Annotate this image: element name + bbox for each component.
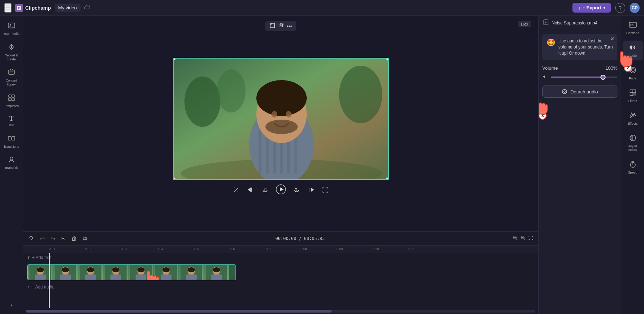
adjust-colors-label: Adjust colors: [624, 144, 641, 152]
right-panel-filters[interactable]: Filters: [623, 86, 643, 106]
templates-icon: [8, 94, 15, 103]
timeline-area: ↩ ↪ ✂ 🗑 ⧉ 00:00.00 / 00:05.83: [23, 231, 538, 314]
export-dropdown-icon: ▾: [603, 6, 605, 10]
redo-btn[interactable]: ↪: [49, 234, 56, 243]
tip-text: Use audio to adjust the volume of your s…: [558, 38, 613, 56]
rotate-handle[interactable]: [277, 179, 284, 180]
export-button[interactable]: ↑ ↑ Export ▾: [572, 3, 611, 13]
right-panel-speed[interactable]: Speed: [623, 157, 643, 177]
svg-rect-8: [9, 70, 14, 74]
resize-handle-tr[interactable]: [386, 58, 389, 60]
more-options-btn[interactable]: •••: [287, 23, 292, 29]
right-panel-audio[interactable]: Audio: [623, 41, 643, 60]
ruler-tick-2: 0:03: [121, 247, 157, 251]
video-frame[interactable]: [173, 58, 389, 180]
brand-kit-icon: [8, 156, 15, 165]
right-panel-captions[interactable]: CC Captions: [623, 19, 643, 38]
cloud-save-icon: [84, 5, 91, 11]
svg-rect-101: [630, 90, 633, 93]
clip-thumbnail-4: [103, 265, 128, 280]
svg-text:CC: CC: [630, 24, 634, 27]
audio-panel-label: Audio: [629, 54, 637, 57]
tooltip-close-btn[interactable]: ✕: [610, 36, 615, 42]
video-clip-strip[interactable]: 🔇 🎵: [27, 264, 236, 280]
add-text-label: + Add text: [32, 255, 51, 260]
sidebar-item-record[interactable]: Record & create: [1, 40, 22, 64]
svg-rect-67: [60, 274, 71, 280]
volume-thumb[interactable]: [600, 75, 606, 80]
duplicate-btn[interactable]: ⧉: [82, 234, 88, 243]
scrollbar-thumb: [26, 310, 332, 313]
sidebar-item-text[interactable]: T Text: [1, 112, 22, 130]
ruler-tick-7: 0:08: [301, 247, 337, 251]
audio-icon: ♪: [27, 285, 29, 290]
cursor-number-3: 3: [539, 112, 547, 120]
resize-btn[interactable]: [278, 23, 284, 29]
svg-marker-46: [311, 188, 314, 192]
captions-label: Captions: [626, 31, 639, 35]
video-track-row: 🔇 🎵: [23, 262, 538, 282]
rewind-btn[interactable]: 5: [261, 186, 269, 195]
undo-btn[interactable]: ↩: [39, 234, 46, 243]
export-label: ↑ Export: [583, 5, 601, 10]
right-panel-fade[interactable]: Fade: [623, 63, 643, 83]
svg-point-34: [256, 80, 307, 116]
sidebar-item-your-media[interactable]: Your media: [1, 19, 22, 39]
cut-btn[interactable]: ✂: [60, 234, 67, 243]
video-title-btn[interactable]: My video: [55, 4, 81, 12]
svg-line-57: [524, 239, 525, 240]
captions-icon: CC: [629, 22, 637, 30]
timeline-horizontal-scrollbar[interactable]: [26, 310, 535, 313]
file-type-icon: [543, 19, 549, 26]
zoom-in-btn[interactable]: [520, 235, 526, 242]
add-text-row[interactable]: T + Add text: [23, 253, 538, 262]
detach-audio-button[interactable]: Detach audio: [542, 86, 617, 98]
fade-label: Fade: [629, 77, 636, 80]
aspect-ratio-label: 16:9: [518, 21, 531, 27]
svg-point-66: [62, 267, 69, 272]
svg-point-99: [630, 67, 636, 73]
magic-wand-btn[interactable]: [233, 186, 240, 195]
ruler-tick-6: 0:07: [265, 247, 301, 251]
ruler-tick-1: 0:02: [85, 247, 121, 251]
sidebar-item-content-library[interactable]: Content library: [1, 65, 22, 89]
fit-timeline-btn[interactable]: [528, 235, 534, 242]
help-button[interactable]: ?: [615, 3, 625, 13]
sidebar-item-templates[interactable]: Templates: [1, 91, 22, 111]
svg-point-82: [163, 267, 170, 272]
delete-btn[interactable]: 🗑: [70, 234, 78, 243]
svg-rect-102: [633, 90, 636, 93]
play-pause-btn[interactable]: [276, 184, 286, 197]
zoom-out-btn[interactable]: [512, 235, 518, 242]
svg-rect-104: [633, 93, 636, 96]
right-panel-header: Noise Suppression.mp4: [539, 16, 621, 30]
export-arrow-icon: ↑: [578, 5, 581, 10]
right-panel-adjust-colors[interactable]: Adjust colors: [623, 131, 643, 154]
video-frame-wrapper: [173, 58, 389, 180]
svg-point-23: [339, 66, 382, 123]
sidebar-item-transitions[interactable]: Transitions: [1, 131, 22, 152]
cursor-3-area: 3: [542, 101, 617, 123]
sidebar-expand-btn[interactable]: ›: [8, 299, 15, 311]
skip-forward-btn[interactable]: [307, 186, 315, 195]
fast-forward-btn[interactable]: 5: [293, 186, 300, 195]
sidebar-item-label-text: Text: [8, 123, 14, 127]
timeline-playhead[interactable]: [49, 253, 50, 308]
add-audio-row[interactable]: ♪ + Add audio: [23, 282, 538, 292]
video-preview-area: ••• 16:9: [23, 16, 538, 231]
fullscreen-btn[interactable]: [322, 186, 329, 195]
sidebar-item-brand-kit[interactable]: Brand kit: [1, 153, 22, 173]
skip-back-btn[interactable]: [247, 186, 254, 195]
clip-thumbnail-6: [154, 265, 179, 280]
resize-handle-tl[interactable]: [173, 58, 175, 60]
svg-rect-79: [136, 274, 146, 280]
sidebar-item-label-record: Record & create: [2, 54, 21, 61]
resize-handle-br[interactable]: [386, 177, 389, 180]
crop-btn[interactable]: [269, 23, 275, 29]
hamburger-menu[interactable]: ☰: [4, 3, 12, 13]
resize-handle-bl[interactable]: [173, 177, 175, 180]
right-panel-effects[interactable]: Effects: [623, 108, 643, 128]
volume-label: Volume: [542, 65, 558, 71]
volume-slider-track[interactable]: [551, 77, 617, 78]
snap-tool-btn[interactable]: [27, 234, 35, 243]
